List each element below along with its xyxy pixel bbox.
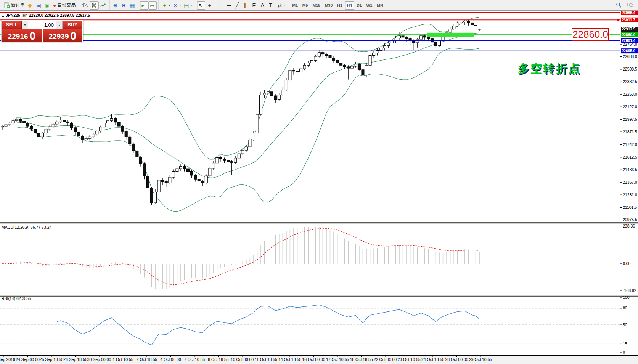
tile-windows-icon[interactable]: ▦	[128, 1, 137, 10]
svg-text:15: 15	[623, 342, 627, 346]
svg-text:22801.4: 22801.4	[622, 38, 636, 43]
volume-input[interactable]	[28, 21, 56, 29]
main-toolbar: 新订单◆▣◉●自动交易⊕⊖▦▸↦＋▾⊙▾▤▾↖＋│─╱∥FAT⇄▾M1M5M15…	[0, 0, 638, 11]
svg-text:0.00: 0.00	[623, 261, 631, 266]
svg-text:23011.7: 23011.7	[622, 18, 635, 22]
timeframe-m1[interactable]: M1	[290, 1, 300, 10]
svg-text:2 Oct 18:55: 2 Oct 18:55	[137, 357, 157, 362]
svg-text:21742.0: 21742.0	[623, 142, 637, 147]
svg-text:100: 100	[623, 295, 630, 300]
turning-point-annotation[interactable]: 多空转折点	[518, 61, 581, 77]
svg-text:25 Sep 10:55: 25 Sep 10:55	[40, 357, 64, 362]
svg-text:22508.5: 22508.5	[623, 67, 637, 71]
fibonacci-tool[interactable]: F	[251, 1, 259, 10]
horizontal-line-tool[interactable]: ─	[225, 1, 234, 10]
timeframe-mn[interactable]: MN	[374, 1, 385, 10]
svg-text:22 Oct 00:00: 22 Oct 00:00	[374, 357, 397, 362]
svg-text:10 Oct 00:00: 10 Oct 00:00	[231, 357, 254, 362]
timeframe-m5[interactable]: M5	[300, 1, 310, 10]
svg-text:14 Oct 18:55: 14 Oct 18:55	[278, 357, 301, 362]
sell-price-button[interactable]: 22916.0	[2, 29, 42, 42]
trendline-tool[interactable]: ╱	[234, 1, 242, 10]
svg-text:16 Oct 00:00: 16 Oct 00:00	[302, 357, 325, 362]
text-tool[interactable]: A	[259, 1, 267, 10]
autotrading-button[interactable]: ●自动交易	[51, 1, 77, 10]
svg-text:24 Oct 18:55: 24 Oct 18:55	[421, 357, 444, 362]
svg-text:7 Oct 10:55: 7 Oct 10:55	[184, 357, 205, 362]
svg-text:21871.5: 21871.5	[623, 130, 637, 134]
candlestick-chart-icon[interactable]	[90, 1, 99, 10]
arrows-tool[interactable]: ⇄▾	[276, 1, 286, 10]
cursor-tool[interactable]: ↖	[197, 1, 205, 10]
chart-shift-icon[interactable]: ↦	[148, 1, 157, 10]
svg-text:24 Sep 00:00: 24 Sep 00:00	[16, 357, 40, 362]
volume-increase-button[interactable]: ▴	[56, 21, 63, 29]
svg-text:20975.5: 20975.5	[623, 217, 637, 222]
svg-text:23086.4: 23086.4	[622, 11, 636, 15]
sell-price-pip: 0	[29, 30, 35, 42]
chat-button[interactable]	[625, 1, 635, 10]
svg-text:30 Sep 00:00: 30 Sep 00:00	[87, 357, 111, 362]
auto-scroll-icon[interactable]: ▸	[140, 1, 148, 10]
macd-indicator-label: MACD(12,26,9) 66.77 73.24	[2, 225, 51, 229]
new-order-button[interactable]: 新订单	[2, 1, 26, 10]
svg-text:50: 50	[623, 322, 627, 327]
svg-text:-168.92: -168.92	[623, 288, 636, 293]
svg-text:4 Oct 00:00: 4 Oct 00:00	[160, 357, 181, 362]
crosshair-tool[interactable]: ＋	[205, 1, 214, 10]
bar-chart-icon[interactable]	[80, 1, 90, 10]
buy-price-main: 22939	[49, 32, 69, 42]
svg-text:17 Oct 10:55: 17 Oct 10:55	[326, 357, 349, 362]
svg-text:21357.0: 21357.0	[623, 180, 637, 184]
sell-price-main: 22916	[8, 32, 28, 42]
sell-button[interactable]: SELL	[2, 21, 22, 29]
timeframe-m15[interactable]: M15	[310, 1, 322, 10]
buy-button[interactable]: BUY	[63, 21, 82, 29]
svg-text:22695.9: 22695.9	[622, 49, 636, 53]
vertical-line-tool[interactable]: │	[217, 1, 225, 10]
collapse-panel-icon[interactable]: ▲	[2, 14, 5, 18]
equidistant-channel-tool[interactable]: ∥	[242, 1, 251, 10]
one-click-trading-panel: SELL ▾ ▴ BUY 22916.0 22939.0	[1, 20, 83, 42]
svg-text:21101.5: 21101.5	[623, 205, 637, 210]
symbol-info: ▲JPN225-,H4 22920.0 22922.5 22897.5 2291…	[2, 13, 90, 18]
timeframe-d1[interactable]: D1	[354, 1, 364, 10]
svg-text:22127.0: 22127.0	[623, 104, 637, 109]
chart-profile-icon[interactable]: ▣	[35, 1, 43, 10]
symbol-ohlc-text: JPN225-,H4 22920.0 22922.5 22897.5 22917…	[6, 13, 90, 18]
svg-text:26 Sep 18:55: 26 Sep 18:55	[63, 357, 87, 362]
market-watch-icon[interactable]: ◆	[26, 1, 35, 10]
svg-text:80: 80	[623, 306, 627, 310]
search-button[interactable]	[614, 1, 623, 10]
svg-text:11 Oct 10:55: 11 Oct 10:55	[255, 357, 278, 362]
svg-text:23 Oct 10:55: 23 Oct 10:55	[397, 357, 420, 362]
svg-text:22917.5: 22917.5	[622, 27, 636, 31]
svg-text:22382.5: 22382.5	[623, 79, 637, 84]
svg-text:21997.5: 21997.5	[623, 117, 637, 122]
volume-decrease-button[interactable]: ▾	[22, 21, 28, 29]
chart-window: 22764.022638.022508.522382.522253.022127…	[0, 11, 638, 364]
timeframe-w1[interactable]: W1	[364, 1, 375, 10]
templates-button[interactable]: ▤▾	[182, 1, 193, 10]
buy-price-button[interactable]: 22939.0	[43, 29, 82, 42]
svg-text:21486.5: 21486.5	[623, 167, 637, 172]
zoom-in-icon[interactable]: ⊕	[111, 1, 120, 10]
text-label-tool[interactable]: T	[267, 1, 276, 10]
price-annotation-label[interactable]: 22860.0	[572, 28, 609, 41]
svg-text:22638.0: 22638.0	[623, 54, 637, 59]
timeframe-h1[interactable]: H1	[335, 1, 344, 10]
signals-icon[interactable]: ◉	[43, 1, 51, 10]
svg-text:21231.0: 21231.0	[623, 192, 637, 197]
indicators-button[interactable]: ＋▾	[160, 1, 172, 10]
svg-text:22253.0: 22253.0	[623, 92, 637, 96]
svg-text:8 Oct 18:55: 8 Oct 18:55	[208, 357, 228, 362]
periods-button[interactable]: ⊙▾	[172, 1, 182, 10]
svg-text:20 Sep 2019: 20 Sep 2019	[0, 357, 15, 362]
mt4-window: 新订单◆▣◉●自动交易⊕⊖▦▸↦＋▾⊙▾▤▾↖＋│─╱∥FAT⇄▾M1M5M15…	[0, 0, 638, 364]
timeframe-m30[interactable]: M30	[323, 1, 335, 10]
rsi-indicator-label: RSI(14) 62.3555	[2, 296, 31, 301]
line-chart-icon[interactable]	[99, 1, 108, 10]
timeframe-h4[interactable]: H4	[345, 1, 354, 10]
svg-text:29 Oct 10:55: 29 Oct 10:55	[469, 357, 492, 362]
zoom-out-icon[interactable]: ⊖	[120, 1, 128, 10]
